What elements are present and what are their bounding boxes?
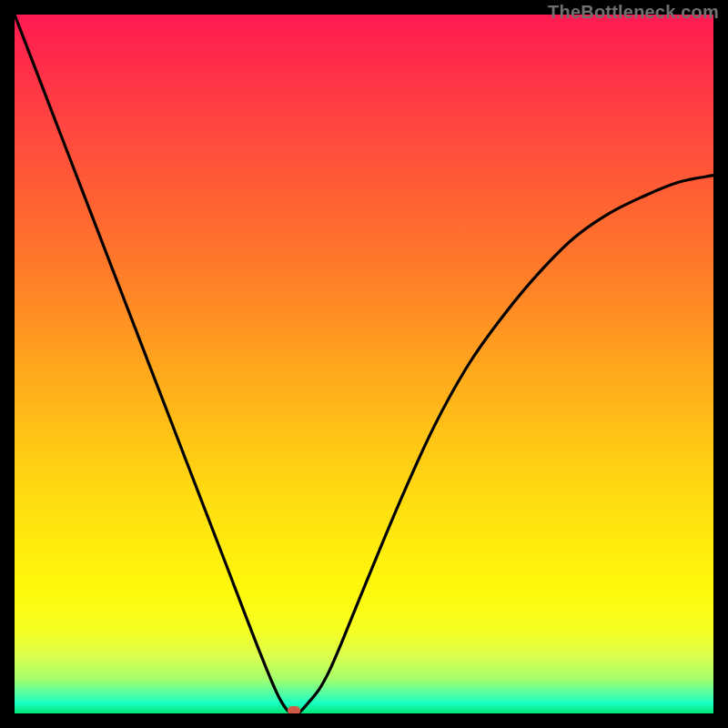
plot-area [15,15,713,713]
optimal-point-marker [288,706,300,713]
watermark-text: TheBottleneck.com [548,2,719,23]
chart-frame: TheBottleneck.com [0,0,728,728]
bottleneck-curve [15,15,713,713]
